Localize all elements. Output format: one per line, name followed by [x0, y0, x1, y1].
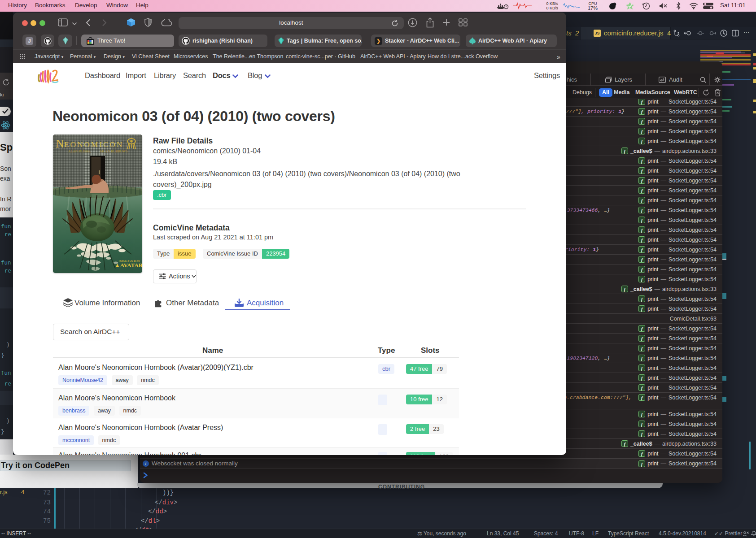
svg-text:▲AVATAR: ▲AVATAR — [114, 262, 142, 269]
svg-text:JACEN BURROWS: JACEN BURROWS — [100, 149, 127, 153]
svg-text:EONOMICON: EONOMICON — [64, 140, 123, 149]
svg-text:ISSUE 3 US $3.99: ISSUE 3 US $3.99 — [119, 260, 140, 262]
svg-text:ALAN MOORE: ALAN MOORE — [68, 149, 91, 153]
svg-text:N: N — [56, 137, 64, 150]
